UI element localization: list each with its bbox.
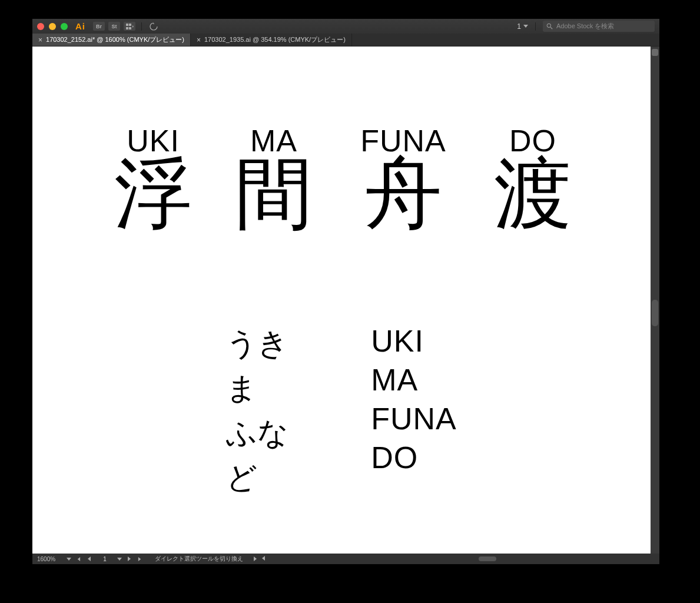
kanji-text: 間 bbox=[215, 155, 333, 233]
artwork-content: UKI 浮 MA 間 FUNA 舟 DO 渡 bbox=[32, 47, 651, 554]
last-artboard-button[interactable] bbox=[136, 557, 143, 561]
svg-rect-2 bbox=[126, 27, 128, 29]
vertical-scrollbar[interactable] bbox=[651, 47, 659, 554]
current-artboard[interactable]: 1 bbox=[96, 556, 114, 562]
scroll-thumb[interactable] bbox=[479, 556, 496, 561]
zoom-level[interactable]: 1600% bbox=[35, 556, 63, 562]
romaji-text: DO bbox=[371, 440, 457, 475]
status-bar: 1600% 1 ダイレクト選択ツールを切り換え bbox=[32, 554, 659, 564]
app-logo: Ai bbox=[75, 21, 85, 31]
hira-text: うき bbox=[226, 323, 288, 365]
work-area: UKI 浮 MA 間 FUNA 舟 DO 渡 bbox=[32, 47, 659, 554]
arrange-documents-icon[interactable] bbox=[124, 22, 135, 31]
prev-artboard-button[interactable] bbox=[85, 556, 92, 561]
tool-hint: ダイレクト選択ツールを切り換え bbox=[155, 555, 243, 563]
scroll-thumb[interactable] bbox=[652, 300, 658, 326]
chevron-down-icon bbox=[523, 25, 528, 28]
toolbar-separator bbox=[535, 22, 536, 31]
art-col-1: MA 間 bbox=[215, 123, 333, 233]
app-window: Ai Br St 1 Adobe Stock を検索 × bbox=[32, 19, 659, 564]
artboard-selector-value: 1 bbox=[517, 22, 521, 31]
minimize-window-button[interactable] bbox=[49, 23, 56, 30]
bridge-icon[interactable]: Br bbox=[93, 22, 105, 31]
document-tab-1[interactable]: × 170302_1935.ai @ 354.19% (CMYK/プレビュー) bbox=[191, 34, 352, 46]
close-tab-icon[interactable]: × bbox=[38, 36, 42, 44]
gpu-icon[interactable] bbox=[148, 22, 160, 31]
close-tab-icon[interactable]: × bbox=[197, 36, 201, 44]
document-tabs: × 170302_2152.ai* @ 1600% (CMYK/プレビュー) ×… bbox=[32, 34, 659, 47]
document-tab-label: 170302_2152.ai* @ 1600% (CMYK/プレビュー) bbox=[46, 35, 184, 44]
chevron-down-icon[interactable] bbox=[117, 558, 122, 561]
status-menu-button[interactable] bbox=[251, 556, 258, 561]
kanji-text: 渡 bbox=[474, 155, 592, 233]
window-controls bbox=[37, 23, 68, 30]
canvas[interactable]: UKI 浮 MA 間 FUNA 舟 DO 渡 bbox=[32, 47, 651, 554]
svg-rect-1 bbox=[129, 24, 131, 26]
document-tab-0[interactable]: × 170302_2152.ai* @ 1600% (CMYK/プレビュー) bbox=[32, 34, 191, 46]
titlebar: Ai Br St 1 Adobe Stock を検索 bbox=[32, 19, 659, 34]
hira-text: ふな bbox=[226, 413, 288, 454]
horizontal-scrollbar[interactable] bbox=[266, 556, 653, 562]
svg-point-4 bbox=[547, 24, 550, 27]
hiragana-column: うき ま ふな ど bbox=[226, 323, 288, 499]
romaji-text: FUNA bbox=[371, 401, 457, 436]
stock-search[interactable]: Adobe Stock を検索 bbox=[543, 21, 655, 32]
first-artboard-button[interactable] bbox=[75, 557, 82, 561]
next-artboard-button[interactable] bbox=[125, 556, 132, 561]
artwork-top-row: UKI 浮 MA 間 FUNA 舟 DO 渡 bbox=[32, 123, 651, 233]
toolbar-separator bbox=[141, 22, 142, 31]
romaji-column: UKI MA FUNA DO bbox=[371, 323, 457, 499]
document-tab-label: 170302_1935.ai @ 354.19% (CMYK/プレビュー) bbox=[204, 35, 346, 44]
romaji-text: MA bbox=[371, 362, 457, 397]
art-col-2: FUNA 舟 bbox=[333, 123, 474, 233]
hira-text: ま bbox=[226, 368, 288, 409]
maximize-window-button[interactable] bbox=[61, 23, 68, 30]
svg-rect-0 bbox=[126, 24, 128, 26]
stock-icon[interactable]: St bbox=[108, 22, 120, 31]
chevron-down-icon[interactable] bbox=[67, 558, 71, 561]
kanji-text: 浮 bbox=[91, 155, 215, 233]
svg-line-5 bbox=[550, 27, 552, 29]
artwork-bottom-block: うき ま ふな ど UKI MA FUNA DO bbox=[226, 323, 457, 499]
scroll-left-button[interactable] bbox=[260, 556, 267, 561]
search-placeholder: Adobe Stock を検索 bbox=[556, 22, 614, 31]
art-col-0: UKI 浮 bbox=[91, 123, 215, 233]
search-icon bbox=[546, 23, 553, 29]
hira-text: ど bbox=[226, 458, 288, 499]
toolbar-icons: Br St bbox=[93, 22, 160, 31]
workspace-switcher[interactable]: 1 bbox=[517, 22, 528, 31]
close-window-button[interactable] bbox=[37, 23, 44, 30]
romaji-text: UKI bbox=[371, 323, 457, 359]
svg-rect-3 bbox=[129, 27, 131, 29]
art-col-3: DO 渡 bbox=[474, 123, 592, 233]
kanji-text: 舟 bbox=[333, 155, 474, 233]
scroll-top-button[interactable] bbox=[652, 49, 658, 56]
